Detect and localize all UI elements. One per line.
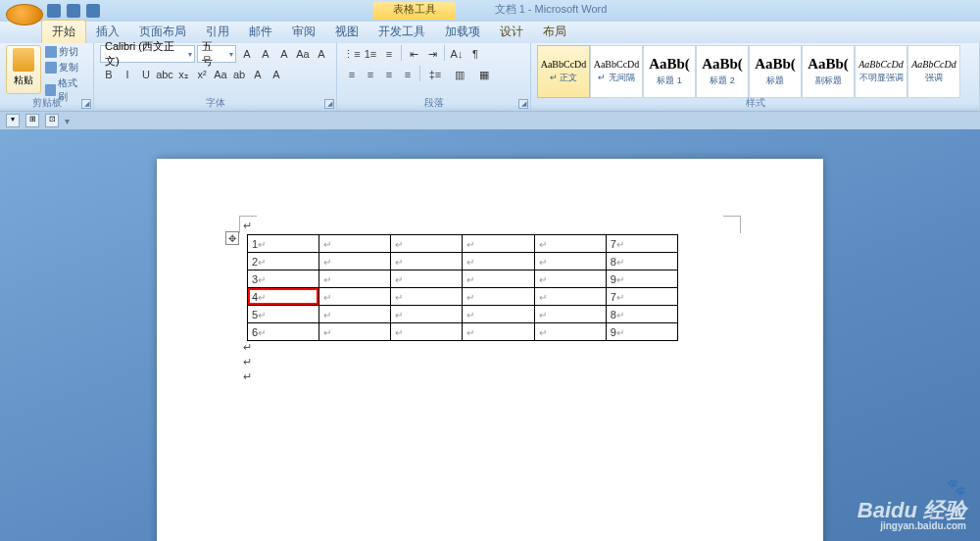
cell-r0-c5[interactable]: 7↵: [606, 235, 677, 253]
watermark-url: jingyan.baidu.com: [858, 521, 966, 531]
style-不明显强调[interactable]: AaBbCcDd不明显强调: [855, 45, 907, 98]
style-标题[interactable]: AaBb(标题: [749, 45, 802, 98]
paragraph-dialog-launcher[interactable]: ◢: [518, 99, 528, 109]
cell-r3-c3[interactable]: ↵: [463, 288, 534, 306]
font-dialog-launcher[interactable]: ◢: [324, 99, 334, 109]
style-标题 2[interactable]: AaBb(标题 2: [696, 45, 749, 98]
cell-r1-c1[interactable]: ↵: [319, 253, 391, 270]
style-强调[interactable]: AaBbCcDd强调: [907, 45, 960, 98]
borders-button[interactable]: ▦: [472, 66, 496, 83]
cut-button[interactable]: 剪切: [45, 45, 87, 59]
cell-r1-c3[interactable]: ↵: [463, 253, 534, 270]
indent-right-button[interactable]: ⇥: [423, 45, 441, 63]
cell-r4-c4[interactable]: ↵: [534, 306, 606, 323]
style-标题 1[interactable]: AaBb(标题 1: [643, 45, 696, 98]
paragraph-mark: ↵: [243, 370, 737, 383]
cell-r5-c2[interactable]: ↵: [391, 323, 463, 341]
cell-r1-c5[interactable]: 8↵: [606, 253, 677, 270]
copy-button[interactable]: 复制: [45, 61, 87, 74]
align-center-button[interactable]: ≡: [362, 66, 379, 83]
line-spacing-button[interactable]: ‡≡: [423, 66, 447, 83]
show-marks-button[interactable]: ¶: [466, 45, 484, 63]
cell-r0-c0[interactable]: 1↵: [248, 235, 319, 253]
font-size-combo[interactable]: 五号: [197, 45, 236, 63]
cell-r2-c3[interactable]: ↵: [463, 270, 534, 288]
cell-r0-c4[interactable]: ↵: [534, 235, 606, 253]
cell-r2-c0[interactable]: 3↵: [248, 270, 319, 288]
style-副标题[interactable]: AaBb(副标题: [802, 45, 855, 98]
cell-r5-c4[interactable]: ↵: [534, 323, 606, 341]
cell-r1-c4[interactable]: ↵: [534, 253, 606, 270]
sort-button[interactable]: A↓: [448, 45, 466, 63]
tab-视图[interactable]: 视图: [325, 21, 368, 43]
cell-r2-c1[interactable]: ↵: [319, 270, 391, 288]
cell-r4-c3[interactable]: ↵: [463, 306, 534, 323]
style-↵ 无间隔[interactable]: AaBbCcDd↵ 无间隔: [590, 45, 643, 98]
font-top-btn-2[interactable]: A: [275, 45, 293, 63]
justify-button[interactable]: ≡: [399, 66, 416, 83]
office-button[interactable]: [6, 4, 43, 25]
qat-undo-icon[interactable]: [67, 4, 80, 18]
font-top-btn-4[interactable]: A: [313, 45, 330, 63]
cell-r2-c2[interactable]: ↵: [391, 270, 463, 288]
cell-r5-c1[interactable]: ↵: [319, 323, 391, 341]
cell-r3-c0[interactable]: 4↵: [248, 288, 319, 306]
tab-开始[interactable]: 开始: [41, 20, 86, 43]
cell-r3-c1[interactable]: ↵: [319, 288, 391, 306]
font-bot-btn-9[interactable]: A: [268, 66, 285, 83]
align-right-button[interactable]: ≡: [380, 66, 398, 83]
tab-布局[interactable]: 布局: [533, 21, 576, 43]
cell-r0-c3[interactable]: ↵: [463, 235, 534, 253]
paste-button[interactable]: 粘贴: [6, 45, 41, 94]
ruler-btn-3[interactable]: ⊡: [45, 114, 59, 127]
cell-r0-c2[interactable]: ↵: [391, 235, 463, 253]
cell-r3-c5[interactable]: 7↵: [606, 288, 677, 306]
clipboard-dialog-launcher[interactable]: ◢: [81, 99, 91, 109]
cell-r3-c4[interactable]: ↵: [534, 288, 606, 306]
tab-邮件[interactable]: 邮件: [239, 21, 282, 43]
cell-r5-c0[interactable]: 6↵: [248, 323, 319, 341]
styles-gallery[interactable]: AaBbCcDd↵ 正文AaBbCcDd↵ 无间隔AaBb(标题 1AaBb(标…: [537, 45, 973, 98]
group-clipboard: 粘贴 剪切 复制 格式刷 剪贴板 ◢: [0, 43, 94, 111]
tab-加载项[interactable]: 加载项: [435, 21, 490, 43]
ruler-btn-2[interactable]: ⊞: [25, 114, 39, 127]
cell-r2-c5[interactable]: 9↵: [606, 270, 677, 288]
style-↵ 正文[interactable]: AaBbCcDd↵ 正文: [537, 45, 590, 98]
align-left-button[interactable]: ≡: [343, 66, 361, 83]
font-top-btn-3[interactable]: Aa: [294, 45, 312, 63]
cell-r4-c5[interactable]: 8↵: [606, 306, 677, 323]
tab-开发工具[interactable]: 开发工具: [368, 21, 435, 43]
cell-r5-c3[interactable]: ↵: [463, 323, 534, 341]
document-table[interactable]: 1↵↵↵↵↵7↵2↵↵↵↵↵8↵3↵↵↵↵↵9↵4↵↵↵↵↵7↵5↵↵↵↵↵8↵…: [247, 234, 678, 341]
multilevel-button[interactable]: ≡: [380, 45, 398, 63]
bullets-button[interactable]: ⋮≡: [343, 45, 361, 63]
cell-r4-c1[interactable]: ↵: [319, 306, 391, 323]
font-top-btn-1[interactable]: A: [257, 45, 274, 63]
shading-button[interactable]: ▥: [448, 66, 471, 83]
ribbon: 粘贴 剪切 复制 格式刷 剪贴板 ◢ Calibri (西文正文) 五号 AAA…: [0, 43, 980, 112]
cell-r3-c2[interactable]: ↵: [391, 288, 463, 306]
tab-设计[interactable]: 设计: [490, 21, 533, 43]
cell-r5-c5[interactable]: 9↵: [606, 323, 677, 341]
font-name-combo[interactable]: Calibri (西文正文): [100, 45, 195, 63]
numbering-button[interactable]: 1≡: [362, 45, 379, 63]
table-move-handle[interactable]: ✥: [225, 231, 239, 245]
tab-审阅[interactable]: 审阅: [282, 21, 325, 43]
font-bot-btn-7[interactable]: ab: [230, 66, 248, 83]
font-bot-btn-8[interactable]: A: [249, 66, 267, 83]
cell-r1-c0[interactable]: 2↵: [248, 253, 319, 270]
cell-r1-c2[interactable]: ↵: [391, 253, 463, 270]
cell-r4-c2[interactable]: ↵: [391, 306, 463, 323]
ruler-btn-1[interactable]: ▾: [6, 114, 20, 127]
ruler-dropdown[interactable]: ▾: [65, 116, 70, 126]
qat-redo-icon[interactable]: [86, 4, 100, 18]
font-top-btn-0[interactable]: A: [238, 45, 256, 63]
paste-icon: [13, 48, 34, 72]
qat-save-icon[interactable]: [47, 4, 61, 18]
cell-r0-c1[interactable]: ↵: [319, 235, 391, 253]
cell-r4-c0[interactable]: 5↵: [248, 306, 319, 323]
indent-left-button[interactable]: ⇤: [405, 45, 422, 63]
document-area[interactable]: ↵ ✥ 1↵↵↵↵↵7↵2↵↵↵↵↵8↵3↵↵↵↵↵9↵4↵↵↵↵↵7↵5↵↵↵…: [0, 129, 980, 541]
cell-r2-c4[interactable]: ↵: [534, 270, 606, 288]
scissors-icon: [45, 46, 57, 58]
